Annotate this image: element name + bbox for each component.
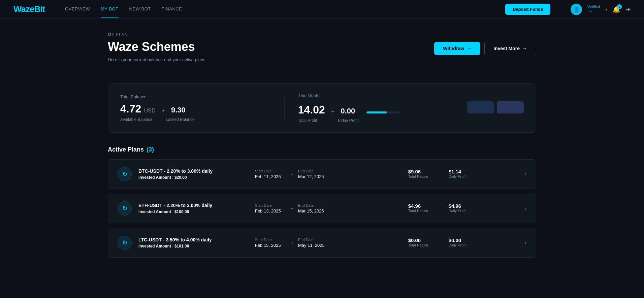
active-plans-label: Active Plans bbox=[108, 146, 144, 153]
chevron-right-icon-2: › bbox=[525, 205, 526, 211]
month-main-row: 14.02 + 0.00 bbox=[298, 101, 524, 116]
nav-overview[interactable]: OVERVIEW bbox=[65, 0, 90, 18]
plan-info-2: ETH-USDT - 2.20% to 3.00% daily Invested… bbox=[138, 203, 248, 214]
verified-info: Verified ···· bbox=[587, 4, 600, 14]
total-profit-amount: 14.02 bbox=[298, 104, 325, 116]
plan-card-1[interactable]: ↻ BTC-USDT - 2.20% to 3.00% daily Invest… bbox=[108, 159, 536, 189]
header-user-area: 👤 Verified ···· ▾ 🔔 9 ⇥ bbox=[571, 4, 631, 15]
chevron-right-icon-3: › bbox=[525, 240, 526, 246]
available-balance-display: 4.72 USD bbox=[120, 103, 156, 115]
plan-start-date-1: Start Date Feb 11, 2025 bbox=[255, 169, 285, 179]
page-action-buttons: Withdraw → Invest More → bbox=[434, 42, 536, 55]
plan-icon-2: ↻ bbox=[118, 201, 132, 216]
plan-returns-2: $4.96 Total Return $4.96 Daily Profit bbox=[408, 203, 518, 214]
header: WazeBit OVERVIEW MY BOT NEW BOT FINANCE … bbox=[0, 0, 644, 19]
chevron-right-icon-1: › bbox=[525, 171, 526, 177]
deposit-button[interactable]: Deposit Funds bbox=[505, 4, 550, 15]
graph-block-1 bbox=[467, 101, 494, 113]
plan-name-3: LTC-USDT - 3.50% to 4.00% daily bbox=[138, 237, 248, 242]
balance-main-row: 4.72 USD + 9.30 bbox=[120, 103, 271, 115]
plan-dates-1: Start Date Feb 11, 2025 → End Date Mar 1… bbox=[255, 169, 401, 179]
total-return-1: $9.06 Total Return bbox=[408, 169, 435, 179]
plan-card-2[interactable]: ↻ ETH-USDT - 2.20% to 3.00% daily Invest… bbox=[108, 194, 536, 223]
invest-more-button[interactable]: Invest More → bbox=[484, 42, 536, 55]
nav-mybot[interactable]: MY BOT bbox=[101, 0, 119, 18]
page-subtitle: My Plan bbox=[108, 32, 434, 37]
total-profit-display: 14.02 bbox=[298, 104, 325, 116]
progress-bar-fill bbox=[366, 111, 387, 113]
plan-end-date-3: End Date May 11, 2025 bbox=[298, 238, 328, 248]
daily-profit-2: $4.96 Daily Profit bbox=[449, 203, 476, 214]
today-profit-label: Today Profit bbox=[337, 118, 359, 123]
nav-finance[interactable]: FINANCE bbox=[162, 0, 182, 18]
total-return-3: $0.00 Total Return bbox=[408, 237, 435, 248]
locked-balance-label: Locked Balance bbox=[166, 117, 194, 122]
page-header-row: My Plan Waze Schemes Here is your curren… bbox=[108, 32, 536, 73]
plan-start-date-3: Start Date Feb 15, 2025 bbox=[255, 238, 285, 248]
balance-card: Total Balance 4.72 USD + 9.30 Available … bbox=[108, 83, 536, 133]
plan-icon-3: ↻ bbox=[118, 236, 132, 250]
date-arrow-icon-3: → bbox=[289, 240, 294, 245]
active-plans-header: Active Plans (3) bbox=[108, 146, 536, 153]
nav-newbot[interactable]: NEW BOT bbox=[129, 0, 151, 18]
notifications-bell[interactable]: 🔔 9 bbox=[613, 6, 620, 13]
plan-returns-1: $9.06 Total Return $1.14 Daily Profit bbox=[408, 169, 518, 179]
plus-separator: + bbox=[162, 107, 165, 114]
avatar: 👤 bbox=[571, 4, 582, 15]
month-sub-labels: Total Profit Today Profit bbox=[298, 118, 524, 123]
plan-invested-1: Invested Amount : $20.00 bbox=[138, 175, 248, 180]
progress-bar-container bbox=[366, 111, 400, 113]
plan-card-3[interactable]: ↻ LTC-USDT - 3.50% to 4.00% daily Invest… bbox=[108, 228, 536, 258]
balance-currency: USD bbox=[144, 108, 156, 113]
available-amount: 4.72 bbox=[120, 103, 141, 115]
plan-end-date-2: End Date Mar 15, 2025 bbox=[298, 203, 328, 213]
plan-start-date-2: Start Date Feb 13, 2025 bbox=[255, 203, 285, 213]
page-title-area: My Plan Waze Schemes Here is your curren… bbox=[108, 32, 434, 73]
plan-dates-2: Start Date Feb 13, 2025 → End Date Mar 1… bbox=[255, 203, 401, 213]
chevron-down-icon[interactable]: ▾ bbox=[605, 7, 607, 12]
plan-info-3: LTC-USDT - 3.50% to 4.00% daily Invested… bbox=[138, 237, 248, 249]
notification-count: 9 bbox=[617, 4, 622, 9]
balance-sub-labels: Available Balance Locked Balance bbox=[120, 117, 271, 122]
this-month-label: This Month bbox=[298, 93, 524, 98]
plan-info-1: BTC-USDT - 2.20% to 3.00% daily Invested… bbox=[138, 168, 248, 180]
total-balance-label: Total Balance bbox=[120, 94, 271, 99]
plan-name-1: BTC-USDT - 2.20% to 3.00% daily bbox=[138, 168, 248, 174]
locked-amount: 9.30 bbox=[171, 106, 186, 114]
total-balance-section: Total Balance 4.72 USD + 9.30 Available … bbox=[120, 94, 271, 122]
plan-dates-3: Start Date Feb 15, 2025 → End Date May 1… bbox=[255, 238, 401, 248]
plan-invested-2: Invested Amount : $100.00 bbox=[138, 209, 248, 214]
this-month-section: This Month 14.02 + 0.00 bbox=[298, 93, 524, 123]
plan-end-date-1: End Date Mar 12, 2025 bbox=[298, 169, 328, 179]
username: ···· bbox=[587, 9, 600, 14]
progress-area bbox=[366, 111, 400, 113]
today-profit-amount: 0.00 bbox=[341, 107, 355, 115]
page-title: Waze Schemes bbox=[108, 40, 434, 54]
plan-name-2: ETH-USDT - 2.20% to 3.00% daily bbox=[138, 203, 248, 208]
plans-count: (3) bbox=[147, 146, 154, 153]
main-nav: OVERVIEW MY BOT NEW BOT FINANCE bbox=[65, 0, 492, 18]
logout-icon[interactable]: ⇥ bbox=[625, 6, 631, 13]
verified-label: Verified bbox=[587, 4, 600, 9]
withdraw-label: Withdraw bbox=[443, 46, 464, 51]
total-return-2: $4.96 Total Return bbox=[408, 203, 435, 214]
arrow-right-icon-invest: → bbox=[522, 46, 527, 51]
graph-block-2 bbox=[497, 101, 524, 113]
main-content: My Plan Waze Schemes Here is your curren… bbox=[0, 19, 644, 276]
daily-profit-1: $1.14 Daily Profit bbox=[449, 169, 476, 179]
daily-profit-3: $0.00 Daily Profit bbox=[449, 237, 476, 248]
plan-returns-3: $0.00 Total Return $0.00 Daily Profit bbox=[408, 237, 518, 248]
withdraw-button[interactable]: Withdraw → bbox=[434, 42, 480, 55]
arrow-right-icon: → bbox=[467, 46, 472, 51]
logo: WazeBit bbox=[13, 4, 45, 14]
plan-icon-1: ↻ bbox=[118, 167, 132, 181]
page-description: Here is your current balance and your ac… bbox=[108, 57, 434, 62]
date-arrow-icon-1: → bbox=[289, 171, 294, 177]
date-arrow-icon-2: → bbox=[289, 206, 294, 211]
graph-blocks bbox=[467, 101, 524, 113]
plus-separator-month: + bbox=[331, 108, 335, 115]
balance-divider bbox=[284, 96, 285, 120]
available-balance-label: Available Balance bbox=[120, 117, 152, 122]
invest-more-label: Invest More bbox=[493, 46, 520, 51]
plan-invested-3: Invested Amount : $101.00 bbox=[138, 244, 248, 249]
